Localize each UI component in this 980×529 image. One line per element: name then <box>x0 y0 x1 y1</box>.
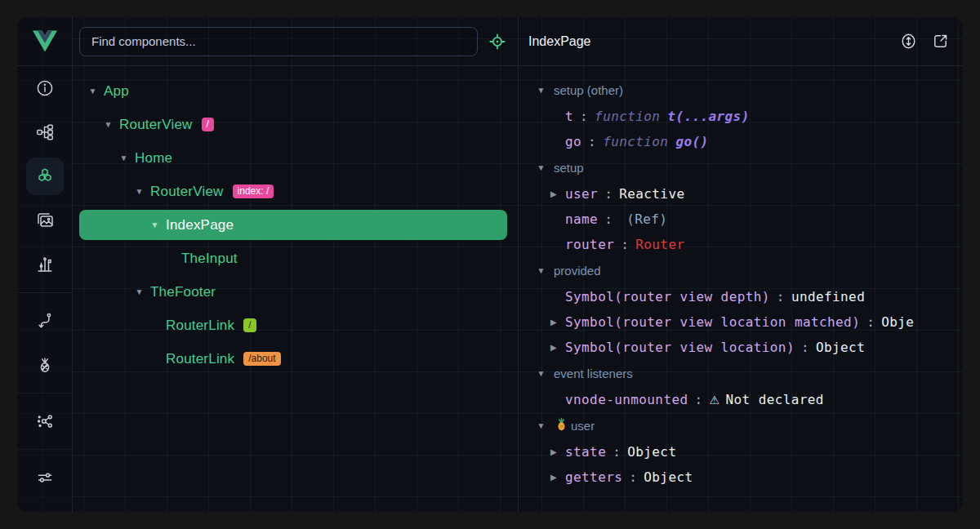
sidebar-tab-pages[interactable] <box>17 110 72 154</box>
section-pinia-user: ▼ user ▶ state: Object <box>519 412 963 490</box>
caret-right-icon[interactable]: ▶ <box>550 318 565 327</box>
sidebar-tab-graph[interactable] <box>17 399 72 443</box>
state-value: Object <box>644 469 693 485</box>
section-header[interactable]: ▼ user <box>519 412 963 439</box>
inspector-header: IndexPage <box>519 17 963 66</box>
tree-node-routerview[interactable]: ▼ RouterView / <box>73 108 518 141</box>
inspector-panel: IndexPage ▼ setup (other) <box>519 17 963 512</box>
section-header[interactable]: ▼ provided <box>519 257 963 284</box>
state-key: Symbol(router view location) <box>565 340 795 355</box>
open-in-editor-button[interactable] <box>931 32 950 51</box>
colon: : <box>629 469 637 485</box>
sidebar-divider <box>17 292 72 293</box>
colon: : <box>604 211 612 227</box>
tree-node-app[interactable]: ▼ App <box>73 74 518 108</box>
state-row[interactable]: vnode-unmounted: ⚠ Not declared <box>519 387 963 412</box>
find-components-input[interactable] <box>79 27 478 56</box>
state-row[interactable]: Symbol(router view depth): undefined <box>519 284 963 309</box>
sidebar-tab-settings[interactable] <box>17 456 72 500</box>
caret-down-icon: ▼ <box>535 163 547 172</box>
colon: : <box>612 444 621 460</box>
sidebar-tab-overview[interactable] <box>17 66 72 110</box>
section-setup: ▼ setup ▶ user: Reactive name: (Ref) rou… <box>519 154 963 257</box>
state-row[interactable]: ▶ getters: Object <box>519 465 963 490</box>
pinia-store-icon <box>555 417 568 434</box>
caret-down-icon[interactable]: ▼ <box>87 87 99 96</box>
tree-toolbar <box>73 17 518 66</box>
state-key: getters <box>565 469 622 485</box>
inspector-state: ▼ setup (other) t: function t(...args) g… <box>519 66 963 490</box>
tree-node-thefooter[interactable]: ▼ TheFooter <box>73 275 518 309</box>
sidebar-tab-timeline[interactable] <box>17 242 72 287</box>
caret-down-icon[interactable]: ▼ <box>102 120 114 129</box>
scroll-to-component-button[interactable] <box>899 32 918 51</box>
function-keyword: function <box>595 109 660 124</box>
state-row[interactable]: ▶ Symbol(router view location matched): … <box>519 309 963 335</box>
tree-node-routerlink-home[interactable]: ▼ RouterLink / <box>73 309 518 342</box>
sidebar-tab-router[interactable] <box>17 299 72 343</box>
route-badge: / <box>202 118 214 131</box>
tree-node-routerview-nested[interactable]: ▼ RouterView index: / <box>73 175 518 208</box>
section-label: setup <box>554 161 584 175</box>
state-row[interactable]: ▶ state: Object <box>519 439 963 465</box>
tree-node-label: Home <box>135 150 172 167</box>
caret-down-icon[interactable]: ▼ <box>133 287 145 296</box>
state-key: router <box>565 237 614 252</box>
state-value-router: Router <box>635 237 684 252</box>
tree-node-indexpage-selected[interactable]: ▼ IndexPage <box>79 210 507 240</box>
tree-node-label: TheInput <box>181 251 238 267</box>
inspect-component-button[interactable] <box>488 33 506 51</box>
component-tree: ▼ App ▼ RouterView / ▼ Home ▼ RouterView… <box>73 66 518 376</box>
caret-down-icon[interactable]: ▼ <box>149 220 161 229</box>
inspected-component-title: IndexPage <box>528 34 886 49</box>
sidebar-tab-components[interactable] <box>17 154 72 198</box>
section-header[interactable]: ▼ setup <box>519 154 963 181</box>
sidebar-tab-pinia[interactable] <box>17 343 72 387</box>
state-row[interactable]: name: (Ref) <box>519 207 963 232</box>
caret-right-icon[interactable]: ▶ <box>550 189 565 198</box>
sidebar-tab-assets[interactable] <box>17 198 72 242</box>
hierarchy-icon <box>35 122 55 142</box>
sidebar-divider <box>17 449 72 450</box>
tree-node-label: IndexPage <box>166 217 234 233</box>
tree-node-theinput[interactable]: ▼ TheInput <box>73 242 518 275</box>
state-row[interactable]: t: function t(...args) <box>519 104 963 129</box>
state-row[interactable]: router: Router <box>519 232 963 257</box>
caret-down-icon[interactable]: ▼ <box>133 187 145 196</box>
settings-sliders-icon <box>35 468 55 487</box>
vue-logo[interactable] <box>17 17 72 66</box>
tree-node-label: RouterLink <box>166 318 234 334</box>
caret-right-icon[interactable]: ▶ <box>550 473 565 482</box>
state-key: name <box>565 211 598 227</box>
tree-node-routerlink-about[interactable]: ▼ RouterLink /about <box>73 342 518 376</box>
state-value: undefined <box>791 289 865 305</box>
state-row[interactable]: ▶ user: Reactive <box>519 181 963 207</box>
route-badge: /about <box>243 352 280 366</box>
section-header[interactable]: ▼ setup (other) <box>519 77 963 104</box>
colon: : <box>588 134 596 149</box>
section-header[interactable]: ▼ event listeners <box>519 360 963 387</box>
colon: : <box>695 392 703 407</box>
state-key: go <box>565 134 581 149</box>
crosshair-icon <box>488 33 506 51</box>
sidebar-divider <box>17 393 72 393</box>
state-value: Not declared <box>726 392 824 407</box>
state-key: t <box>565 109 573 124</box>
state-key: Symbol(router view location matched) <box>565 314 860 330</box>
function-signature: t(...args) <box>667 109 749 124</box>
warning-icon: ⚠ <box>710 393 720 407</box>
components-tree-panel: ▼ App ▼ RouterView / ▼ Home ▼ RouterView… <box>73 17 518 512</box>
section-setup-other: ▼ setup (other) t: function t(...args) g… <box>519 77 963 154</box>
state-row[interactable]: go: function go() <box>519 129 963 154</box>
caret-right-icon[interactable]: ▶ <box>550 447 565 456</box>
colon: : <box>801 340 809 355</box>
open-in-editor-icon <box>931 32 950 51</box>
timeline-sliders-icon <box>35 255 55 274</box>
tree-node-home[interactable]: ▼ Home <box>73 141 518 175</box>
caret-down-icon[interactable]: ▼ <box>118 153 130 162</box>
state-row[interactable]: ▶ Symbol(router view location): Object <box>519 335 963 360</box>
caret-right-icon[interactable]: ▶ <box>550 343 565 352</box>
function-signature: go() <box>675 134 708 149</box>
state-value-ref: (Ref) <box>626 211 667 227</box>
colon: : <box>604 186 612 202</box>
